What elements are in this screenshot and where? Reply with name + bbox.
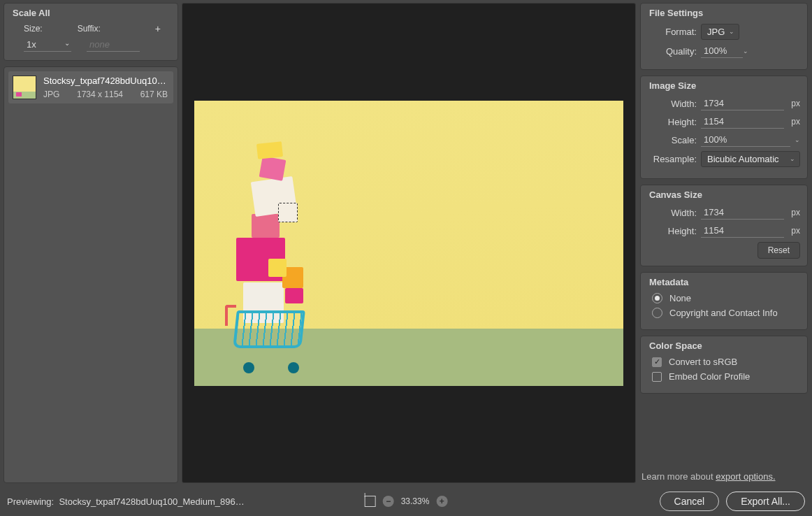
previewing-filename: Stocksy_txpaf7428bdUuq100_Medium_896… [59, 496, 244, 507]
resample-label: Resample: [648, 154, 697, 164]
image-height-input[interactable] [701, 115, 784, 129]
quality-input[interactable] [701, 44, 743, 58]
canvas-width-label: Width: [648, 208, 697, 218]
unit-px: px [791, 226, 800, 236]
file-settings-title: File Settings [648, 8, 800, 18]
suffix-label: Suffix: [78, 24, 101, 34]
canvas-width-input[interactable] [701, 206, 784, 220]
chevron-down-icon: ⌄ [790, 155, 795, 162]
radio-icon [652, 293, 662, 303]
zoom-in-button[interactable]: + [436, 496, 447, 507]
quality-label: Quality: [648, 46, 697, 57]
asset-format: JPG [43, 89, 59, 100]
checkbox-icon [652, 357, 662, 367]
unit-px: px [791, 99, 800, 108]
color-space-title: Color Space [648, 341, 800, 351]
learn-more-text: Learn more about export options. [640, 468, 808, 483]
checkbox-icon [652, 372, 662, 382]
previewing-label: Previewing: [7, 496, 54, 507]
add-scale-icon[interactable]: + [155, 23, 161, 34]
image-size-panel: Image Size Width: px Height: px Scale: ⌄… [640, 76, 808, 179]
convert-srgb-checkbox[interactable]: Convert to sRGB [652, 357, 800, 367]
canvas-size-panel: Canvas Size Width: px Height: px Reset [640, 185, 808, 266]
asset-item[interactable]: Stocksy_txpaf7428bdUuq100_… JPG 1734 x 1… [8, 71, 173, 103]
radio-icon [652, 308, 662, 318]
zoom-percent: 33.33% [401, 496, 430, 506]
suffix-input[interactable] [87, 38, 140, 52]
unit-px: px [791, 208, 800, 217]
height-label: Height: [648, 117, 697, 127]
image-size-title: Image Size [648, 80, 800, 91]
metadata-title: Metadata [648, 277, 800, 287]
metadata-copyright-radio[interactable]: Copyright and Contact Info [652, 308, 800, 318]
canvas-height-label: Height: [648, 226, 697, 236]
file-settings-panel: File Settings Format: JPG ⌄ Quality: ⌄ [640, 3, 808, 70]
metadata-none-radio[interactable]: None [652, 293, 800, 303]
export-all-button[interactable]: Export All... [726, 492, 805, 511]
asset-filesize: 617 KB [140, 89, 168, 100]
image-scale-input[interactable] [701, 133, 790, 147]
chevron-down-icon[interactable]: ⌄ [743, 48, 748, 55]
size-select[interactable] [24, 38, 71, 52]
crop-icon[interactable] [365, 496, 376, 507]
scale-all-panel: Scale All Size: Suffix: + ⌄ [3, 3, 178, 61]
asset-thumbnail [13, 76, 36, 99]
preview-image [194, 101, 623, 386]
cancel-button[interactable]: Cancel [660, 492, 720, 511]
resample-select[interactable]: Bicubic Automatic ⌄ [701, 151, 800, 167]
width-label: Width: [648, 99, 697, 109]
unit-px: px [791, 117, 800, 127]
canvas-size-title: Canvas Size [648, 189, 800, 200]
image-width-input[interactable] [701, 96, 784, 110]
canvas-height-input[interactable] [701, 224, 784, 238]
chevron-down-icon[interactable]: ⌄ [795, 136, 800, 143]
asset-name: Stocksy_txpaf7428bdUuq100_… [43, 76, 168, 87]
asset-list: Stocksy_txpaf7428bdUuq100_… JPG 1734 x 1… [3, 66, 178, 483]
bottom-bar: Previewing: Stocksy_txpaf7428bdUuq100_Me… [0, 487, 812, 516]
chevron-down-icon: ⌄ [729, 28, 734, 35]
zoom-out-button[interactable]: − [383, 496, 394, 507]
asset-dimensions: 1734 x 1154 [77, 89, 123, 100]
metadata-panel: Metadata None Copyright and Contact Info [640, 272, 808, 330]
preview-canvas[interactable] [182, 3, 636, 483]
export-options-link[interactable]: export options. [716, 471, 775, 482]
scale-all-title: Scale All [11, 8, 171, 18]
reset-button[interactable]: Reset [757, 242, 800, 259]
format-select[interactable]: JPG ⌄ [701, 24, 739, 40]
size-label: Size: [24, 24, 43, 34]
embed-profile-checkbox[interactable]: Embed Color Profile [652, 371, 800, 382]
color-space-panel: Color Space Convert to sRGB Embed Color … [640, 336, 808, 394]
scale-label: Scale: [648, 135, 697, 145]
format-label: Format: [648, 27, 697, 37]
